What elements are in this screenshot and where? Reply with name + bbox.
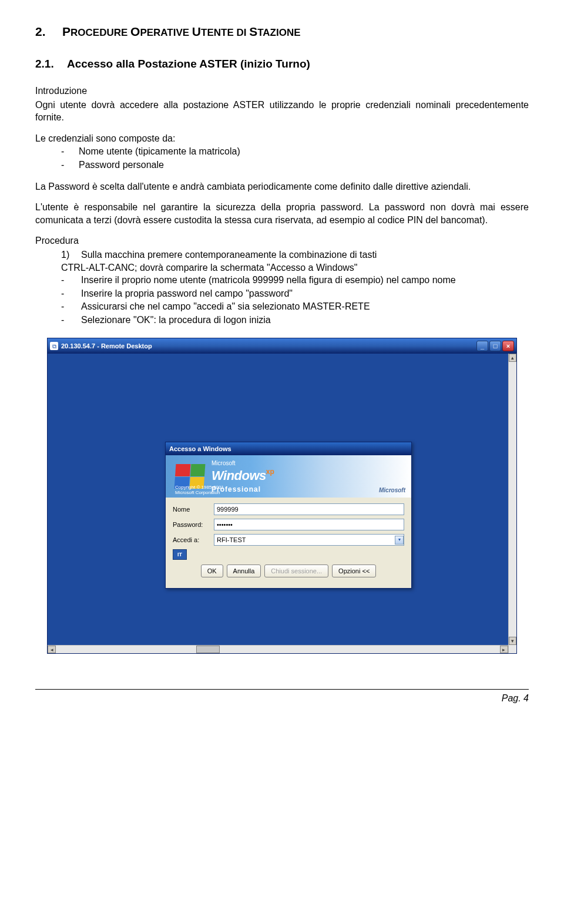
copyright-text: Copyright © 1985-2001 Microsoft Corporat… xyxy=(175,485,224,496)
heading-1-number: 2. xyxy=(35,23,62,40)
microsoft-tag: Microsoft xyxy=(379,486,405,495)
close-button[interactable]: × xyxy=(502,341,514,351)
opzioni-button[interactable]: Opzioni << xyxy=(332,565,376,577)
chiudi-sessione-button[interactable]: Chiudi sessione... xyxy=(264,565,328,577)
credentials-list: -Nome utente (tipicamente la matricola) … xyxy=(61,145,529,171)
scroll-right-icon[interactable]: ▸ xyxy=(500,646,508,653)
scrollbar-thumb[interactable] xyxy=(196,646,220,653)
heading-2: 2.1.Accesso alla Postazione ASTER (inizi… xyxy=(35,56,529,72)
input-nome[interactable]: 999999 xyxy=(214,503,404,515)
annulla-button[interactable]: Annulla xyxy=(227,565,261,577)
heading-1: 2.PROCEDURE OPERATIVE UTENTE DI STAZIONE xyxy=(35,23,529,40)
input-password[interactable]: ••••••• xyxy=(214,519,404,530)
login-dialog: Accesso a Windows Microsoft Windowsxp Pr… xyxy=(165,442,412,589)
list-item: -Nome utente (tipicamente la matricola) xyxy=(61,145,529,158)
intro-p2-lead: Le credenziali sono composte da: xyxy=(35,132,529,145)
heading-2-number: 2.1. xyxy=(35,56,67,72)
scroll-down-icon[interactable]: ▾ xyxy=(509,637,516,645)
scroll-left-icon[interactable]: ◂ xyxy=(48,646,56,653)
heading-1-text: PROCEDURE OPERATIVE UTENTE DI STAZIONE xyxy=(62,25,301,38)
procedura-step-1-cont: CTRL-ALT-CANC; dovrà comparire la scherm… xyxy=(61,261,529,274)
rd-icon: ⧉ xyxy=(50,342,58,350)
label-password: Password: xyxy=(173,520,214,529)
intro-p3: La Password è scelta dall'utente e andrà… xyxy=(35,180,529,193)
label-nome: Nome xyxy=(173,505,214,514)
footer-rule xyxy=(35,689,529,690)
rd-title: 20.130.54.7 - Remote Desktop xyxy=(61,342,476,351)
label-accedi-a: Accedi a: xyxy=(173,536,214,545)
dialog-title: Accesso a Windows xyxy=(166,442,411,455)
scroll-up-icon[interactable]: ▴ xyxy=(509,354,516,362)
intro-label: Introduzione xyxy=(35,85,529,98)
intro-p4: L'utente è responsabile nel garantire la… xyxy=(35,201,529,226)
maximize-button[interactable]: □ xyxy=(489,341,501,351)
dialog-banner: Microsoft Windowsxp Professional Copyrig… xyxy=(166,455,411,498)
select-domain[interactable]: RFI-TEST ▾ xyxy=(214,534,404,546)
rd-desktop: Accesso a Windows Microsoft Windowsxp Pr… xyxy=(48,354,516,653)
embedded-screenshot: ⧉ 20.130.54.7 - Remote Desktop _ □ × Acc… xyxy=(47,338,529,654)
page-number: Pag. 4 xyxy=(35,692,529,705)
page-footer: Pag. 4 xyxy=(35,689,529,705)
procedura-step-1: 1)Sulla macchina premere contemporaneame… xyxy=(61,248,529,261)
list-item: -Selezionare "OK": la procedura di logon… xyxy=(61,314,529,327)
chevron-down-icon[interactable]: ▾ xyxy=(395,536,404,545)
ok-button[interactable]: OK xyxy=(201,565,223,577)
procedura-label: Procedura xyxy=(35,234,529,247)
vertical-scrollbar[interactable]: ▴ ▾ xyxy=(508,354,516,653)
dialog-buttons: OK Annulla Chiudi sessione... Opzioni << xyxy=(173,565,404,582)
horizontal-scrollbar[interactable]: ◂ ▸ xyxy=(48,645,508,653)
remote-desktop-window: ⧉ 20.130.54.7 - Remote Desktop _ □ × Acc… xyxy=(47,338,517,654)
rd-titlebar: ⧉ 20.130.54.7 - Remote Desktop _ □ × xyxy=(48,338,516,354)
list-item: -Inserire la propria password nel campo … xyxy=(61,287,529,300)
list-item: -Password personale xyxy=(61,159,529,172)
intro-p1: Ogni utente dovrà accedere alla postazio… xyxy=(35,99,529,124)
heading-2-text: Accesso alla Postazione ASTER (inizio Tu… xyxy=(67,58,310,70)
language-indicator[interactable]: IT xyxy=(173,549,187,560)
login-form: Nome 999999 Password: ••••••• Accedi a: … xyxy=(166,498,411,588)
procedura-bullets: -Inserire il proprio nome utente (matric… xyxy=(61,274,529,326)
minimize-button[interactable]: _ xyxy=(476,341,488,351)
list-item: -Assicurarsi che nel campo "accedi a" si… xyxy=(61,300,529,313)
list-item: -Inserire il proprio nome utente (matric… xyxy=(61,274,529,287)
